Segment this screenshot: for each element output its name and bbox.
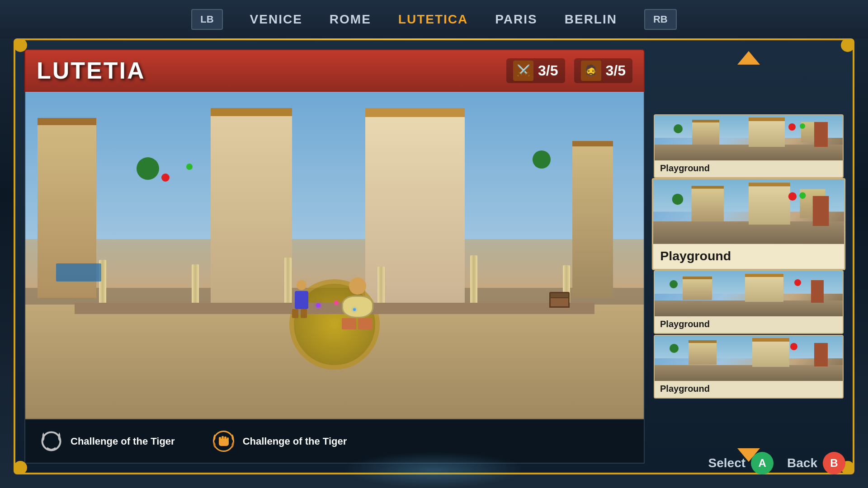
corner-bl [14,461,27,474]
level-4-label: Playground [655,381,843,398]
level-2-thumbnail [653,179,844,244]
silver-wreath-icon [39,429,64,454]
balloon-1 [161,174,170,182]
thumb-2-building [691,186,723,221]
thumb-1-building2 [749,117,785,147]
warrior-stat: ⚔️ 3/5 [506,58,565,83]
level-preview [24,92,645,420]
platform [75,303,594,314]
chest-lid [551,293,568,299]
main-frame: LUTETIA ⚔️ 3/5 🧔 3/5 [14,38,854,474]
thumb-1-structure [814,122,828,147]
level-1-thumbnail [655,115,843,160]
sparkle-1 [316,303,321,308]
veg-2 [533,150,551,169]
content-row: LUTETIA ⚔️ 3/5 🧔 3/5 [24,49,844,464]
char-body [295,291,308,309]
thumb-3-ground [655,300,843,316]
bottom-action-bar: Select A Back B [708,452,845,474]
thumb-3-building2 [745,274,783,302]
obelix-head [349,277,366,295]
thumb-1-veg [674,124,683,133]
character-small [291,280,311,314]
thumb-2-structure [813,196,829,226]
thumb-4-building2 [752,338,789,367]
challenges-bar: Challenge of the Tiger [24,420,645,464]
scroll-up-arrow[interactable] [737,51,760,65]
thumb-3-building [683,277,712,300]
back-action[interactable]: Back B [787,452,845,474]
obelix-leg-l [342,318,356,329]
thumb-2-building2 [749,183,790,225]
right-panel: Playground Playground [654,49,844,464]
nav-berlin[interactable]: BERLIN [565,12,617,27]
nav-lutetica[interactable]: LUTETICA [398,12,468,27]
treasure-chest [549,292,570,308]
silver-challenge-text: Challenge of the Tiger [71,436,175,447]
thumb-4-structure [814,343,828,366]
char-head [297,280,307,290]
gold-fist-icon [211,429,236,454]
gold-challenge: Challenge of the Tiger [211,429,347,454]
b-button-label: B [830,457,838,469]
character-count: 3/5 [606,62,626,79]
b-button[interactable]: B [823,452,845,474]
thumb-4-ground [655,365,843,381]
svg-rect-5 [224,436,226,441]
svg-point-0 [42,432,61,450]
character-icon: 🧔 [581,61,601,81]
level-3-label: Playground [655,316,843,333]
thumb-2-balloon [788,192,796,201]
market-stall [56,263,101,282]
character-large [341,277,375,327]
thumb-4-building [689,340,717,365]
preview-scene [25,92,644,419]
nav-venice[interactable]: VENICE [250,12,302,27]
silver-challenge: Challenge of the Tiger [39,429,175,454]
char-leg-l [292,309,298,318]
thumb-1-balloon2 [800,123,805,129]
thumb-2-veg [672,193,683,204]
level-list: Playground Playground [654,66,844,446]
rb-button[interactable]: RB [644,9,677,30]
sparkle-2 [335,301,338,305]
scene-sky [25,92,644,239]
top-navigation: LB VENICE ROME LUTETICA PARIS BERLIN RB [0,0,868,38]
character-stat: 🧔 3/5 [574,58,632,83]
corner-tl [14,38,27,52]
level-item-1[interactable]: Playground [654,114,844,178]
level-item-4[interactable]: Playground [654,335,844,399]
gold-challenge-text: Challenge of the Tiger [243,436,347,447]
left-panel: LUTETIA ⚔️ 3/5 🧔 3/5 [24,49,645,464]
thumb-1-building [692,120,719,145]
level-1-label: Playground [655,160,843,177]
level-title: LUTETIA [37,57,146,84]
level-4-thumbnail [655,336,843,381]
warrior-icon: ⚔️ [513,61,533,81]
nav-paris[interactable]: PARIS [495,12,538,27]
back-label: Back [787,456,817,470]
level-item-2[interactable]: Playground [652,178,845,270]
char-leg-r [301,309,307,318]
veg-1 [137,157,159,180]
thumb-1-ground [655,145,843,160]
nav-rome[interactable]: ROME [330,12,371,27]
title-stats: ⚔️ 3/5 🧔 3/5 [506,58,632,83]
svg-rect-4 [222,436,224,441]
obelix-leg-r [358,318,373,329]
thumb-1-balloon [788,123,796,131]
lb-button[interactable]: LB [191,9,222,30]
thumb-3-structure [811,280,824,303]
level-3-thumbnail [655,271,843,316]
scroll-down-arrow[interactable] [737,448,760,462]
title-bar: LUTETIA ⚔️ 3/5 🧔 3/5 [24,49,645,92]
balloon-2 [186,164,193,170]
svg-rect-6 [227,437,229,441]
svg-rect-3 [219,437,221,441]
obelix-body [342,296,373,318]
level-item-3[interactable]: Playground [654,270,844,334]
warrior-count: 3/5 [538,62,558,79]
level-2-label: Playground [653,244,844,269]
